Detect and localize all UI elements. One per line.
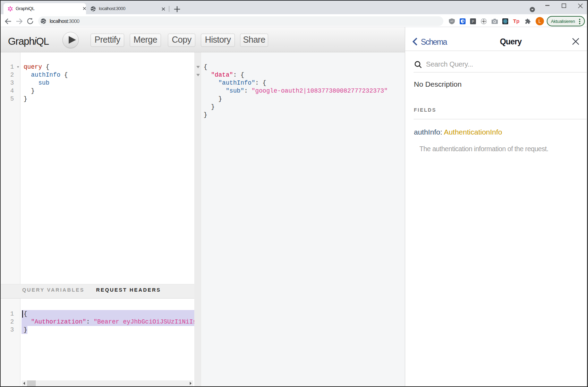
svg-text:uO: uO bbox=[450, 20, 453, 22]
svg-text:P: P bbox=[472, 19, 474, 24]
